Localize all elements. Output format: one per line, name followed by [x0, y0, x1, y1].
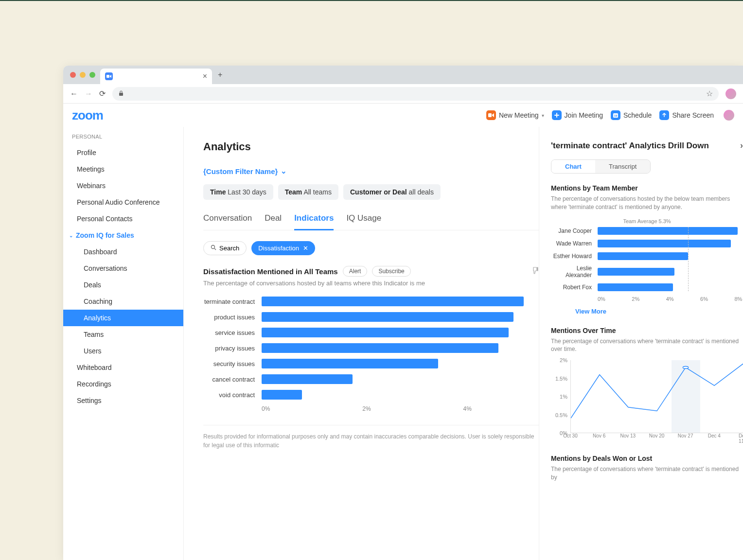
analytics-tab[interactable]: IQ Usage — [346, 213, 381, 230]
zoom-logo[interactable]: zoom — [72, 108, 103, 123]
bar-label: service issues — [203, 329, 262, 336]
svg-point-5 — [212, 245, 215, 249]
sidebar-item[interactable]: Personal Contacts — [63, 210, 183, 227]
bar-label: security issues — [203, 360, 262, 368]
dissatisfaction-bar-chart: terminate contractproduct issuesservice … — [203, 297, 539, 405]
analytics-tab[interactable]: Deal — [265, 213, 282, 230]
chevron-down-icon: ▾ — [542, 113, 544, 118]
browser-tab-bar: × + — [63, 66, 743, 84]
subscribe-button[interactable]: Subscribe — [372, 266, 410, 277]
filter-chip[interactable]: Time Last 30 days — [203, 184, 273, 200]
zoom-favicon-icon — [105, 72, 113, 80]
close-tab-icon[interactable]: × — [203, 72, 207, 81]
member-bar-row: Leslie Alexander — [551, 265, 743, 279]
time-section-title: Mentions Over Time — [551, 327, 743, 334]
sidebar-item[interactable]: Settings — [63, 392, 183, 409]
chevron-down-icon: ⌄ — [281, 167, 287, 175]
filter-chip[interactable]: Customer or Deal all deals — [343, 184, 441, 200]
member-label: Wade Warren — [551, 240, 598, 247]
custom-filter-dropdown[interactable]: {Custom Filter Name} ⌄ — [203, 167, 539, 175]
new-tab-button[interactable]: + — [218, 70, 222, 79]
analytics-tab[interactable]: Conversation — [203, 213, 252, 230]
back-button[interactable]: ← — [70, 89, 78, 98]
drill-down-panel: 'terminate contract' Analytics Drill Dow… — [539, 127, 743, 560]
chevron-right-icon[interactable]: › — [740, 140, 743, 151]
member-label: Esther Howard — [551, 253, 598, 260]
schedule-button[interactable]: 19 Schedule — [611, 110, 652, 120]
members-section-subtitle: The percentage of conversations hosted b… — [551, 195, 743, 211]
reload-button[interactable]: ⟳ — [99, 89, 106, 98]
member-bar-row: Robert Fox — [551, 283, 743, 291]
sidebar-item[interactable]: Webinars — [63, 177, 183, 194]
sidebar-subitem[interactable]: Coaching — [84, 293, 183, 310]
bar-row: cancel contract — [203, 374, 539, 384]
svg-text:19: 19 — [614, 114, 618, 117]
calendar-icon: 19 — [611, 110, 620, 120]
sidebar-item-zoom-iq[interactable]: ⌄ Zoom IQ for Sales — [63, 227, 183, 244]
bar-row: terminate contract — [203, 297, 539, 306]
member-bar-row: Jane Cooper — [551, 227, 743, 235]
alert-button[interactable]: Alert — [343, 266, 368, 277]
maximize-window-icon[interactable] — [89, 72, 95, 78]
bar-row: product issues — [203, 312, 539, 322]
new-meeting-label: New Meeting — [499, 111, 539, 119]
filter-pill-label: Dissatisfaction — [258, 245, 299, 252]
view-more-link[interactable]: View More — [575, 308, 743, 315]
sidebar-item[interactable]: Recordings — [63, 376, 183, 392]
sidebar-subitem[interactable]: Dashboard — [84, 244, 183, 260]
bar-row: service issues — [203, 328, 539, 337]
sidebar-item[interactable]: Meetings — [63, 161, 183, 177]
browser-address-bar: ← → ⟳ ☆ — [63, 84, 743, 104]
sidebar-item[interactable]: Whiteboard — [63, 359, 183, 376]
join-meeting-button[interactable]: Join Meeting — [552, 110, 603, 120]
bar-label: privacy issues — [203, 345, 262, 352]
bar-row: security issues — [203, 359, 539, 368]
sidebar-section-header: PERSONAL — [63, 134, 183, 144]
sidebar-item-label: Zoom IQ for Sales — [76, 231, 134, 239]
page-title: Analytics — [203, 140, 539, 153]
url-input[interactable]: ☆ — [112, 87, 719, 101]
thumbs-down-icon[interactable] — [531, 266, 539, 276]
user-avatar[interactable] — [724, 110, 734, 121]
segment-option[interactable]: Chart — [551, 160, 595, 173]
section-subtitle: The percentage of conversations hosted b… — [203, 280, 539, 287]
active-filter-pill[interactable]: Dissatisfaction ✕ — [251, 241, 315, 255]
filter-chip[interactable]: Team All teams — [278, 184, 338, 200]
browser-tab[interactable]: × — [100, 69, 212, 84]
remove-filter-icon[interactable]: ✕ — [303, 245, 308, 252]
bookmark-icon[interactable]: ☆ — [706, 89, 713, 98]
svg-point-6 — [683, 367, 688, 369]
search-label: Search — [219, 245, 239, 252]
sidebar: PERSONAL ProfileMeetingsWebinarsPersonal… — [63, 127, 184, 560]
share-screen-button[interactable]: Share Screen — [659, 110, 714, 120]
main-content: Analytics {Custom Filter Name} ⌄ Time La… — [184, 127, 539, 560]
upload-icon — [659, 110, 669, 120]
member-label: Leslie Alexander — [551, 265, 598, 279]
sidebar-subitem[interactable]: Users — [84, 343, 183, 359]
new-meeting-button[interactable]: New Meeting ▾ — [486, 110, 544, 120]
sidebar-subitem[interactable]: Deals — [84, 277, 183, 293]
close-window-icon[interactable] — [70, 72, 76, 78]
profile-avatar[interactable] — [725, 88, 736, 99]
footer-disclaimer: Results provided for informational purpo… — [203, 425, 539, 450]
chevron-down-icon: ⌄ — [69, 233, 73, 238]
sidebar-subitem[interactable]: Analytics — [63, 310, 183, 326]
segment-option[interactable]: Transcript — [595, 160, 650, 173]
sidebar-subitem[interactable]: Conversations — [84, 260, 183, 277]
deals-section-subtitle: The percentage of conversations where 't… — [551, 465, 743, 482]
forward-button[interactable]: → — [85, 89, 92, 98]
sidebar-item[interactable]: Profile — [63, 144, 183, 161]
sidebar-item[interactable]: Personal Audio Conference — [63, 194, 183, 210]
sidebar-subitem[interactable]: Teams — [84, 326, 183, 343]
chart-transcript-toggle[interactable]: ChartTranscript — [551, 159, 651, 174]
minimize-window-icon[interactable] — [80, 72, 86, 78]
video-icon — [486, 110, 496, 120]
members-section-title: Mentions by Team Member — [551, 184, 743, 192]
drill-title-label: 'terminate contract' Analytics Drill Dow… — [551, 141, 709, 151]
analytics-tab[interactable]: Indicators — [294, 213, 334, 230]
bar-label: product issues — [203, 314, 262, 321]
members-bar-chart: Jane CooperWade WarrenEsther HowardLesli… — [551, 227, 743, 303]
team-average-label: Team Average 5.3% — [551, 218, 743, 224]
search-button[interactable]: Search — [203, 241, 247, 255]
schedule-label: Schedule — [623, 111, 652, 119]
